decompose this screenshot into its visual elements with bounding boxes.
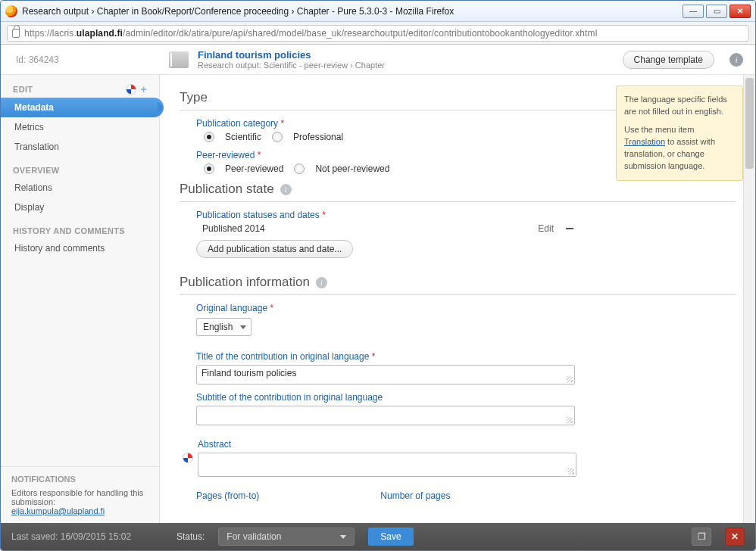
window-close[interactable]: ✕ — [729, 5, 751, 18]
content-scrollbar[interactable] — [743, 75, 755, 523]
title-input[interactable]: Finland tourism policies — [196, 365, 575, 384]
lock-icon — [12, 29, 20, 38]
footer-bar: Last saved: 16/09/2015 15:02 Status: For… — [1, 523, 755, 550]
label-title-contribution: Title of the contribution in original la… — [196, 351, 573, 362]
sidebar-group-history: HISTORY AND COMMENTS — [1, 217, 159, 238]
change-template-button[interactable]: Change template — [623, 51, 714, 69]
scrollbar-thumb[interactable] — [745, 78, 754, 169]
window-title: Research output › Chapter in Book/Report… — [22, 6, 683, 17]
hint-line2: Use the menu item Translation to assist … — [624, 124, 735, 173]
label-professional: Professional — [293, 132, 343, 142]
notifications-email[interactable]: eija.kumpula@ulapland.fi — [11, 506, 105, 515]
status-value: For validation — [226, 531, 281, 542]
sidebar-item-translation[interactable]: Translation — [1, 137, 159, 157]
notifications-panel: NOTIFICATIONS Editors responsible for ha… — [1, 466, 159, 523]
sidebar-item-metrics[interactable]: Metrics — [1, 117, 159, 137]
last-saved: Last saved: 16/09/2015 15:02 — [11, 531, 163, 542]
notifications-heading: NOTIFICATIONS — [11, 475, 148, 484]
copy-button[interactable]: ❐ — [692, 528, 711, 546]
label-publication-category: Publication category * — [196, 118, 573, 129]
label-pages: Pages (from-to) — [196, 490, 259, 501]
translation-hint-panel: The language specific fields are not fil… — [616, 86, 743, 181]
sidebar-item-relations[interactable]: Relations — [1, 178, 159, 198]
publication-status-value: Published 2014 — [202, 223, 265, 234]
section-publication-info: Publication information i — [180, 275, 736, 295]
browser-titlebar: Research output › Chapter in Book/Report… — [1, 1, 755, 22]
label-scientific: Scientific — [225, 132, 261, 142]
notifications-text: Editors responsible for handling this su… — [11, 488, 148, 506]
url-text: https://lacris.ulapland.fi/admin/editor/… — [24, 28, 597, 39]
sidebar-item-history[interactable]: History and comments — [1, 238, 159, 258]
original-language-select[interactable]: English — [196, 318, 251, 336]
remove-status-icon[interactable] — [566, 228, 573, 229]
browser-addressbar: https://lacris.ulapland.fi/admin/editor/… — [1, 22, 755, 45]
sidebar-item-metadata[interactable]: Metadata — [1, 98, 164, 117]
status-select[interactable]: For validation — [218, 528, 355, 546]
label-peer-reviewed: Peer-reviewed * — [196, 150, 573, 160]
globe-icon[interactable] — [126, 84, 136, 95]
page-header: Id: 364243 Finland tourism policies Rese… — [1, 45, 755, 75]
firefox-icon — [5, 5, 17, 17]
info-icon[interactable]: i — [729, 53, 743, 67]
page-title: Finland tourism policies — [198, 49, 614, 61]
sidebar: EDIT + Metadata Metrics Translation OVER… — [1, 75, 160, 523]
plus-icon[interactable]: + — [141, 84, 147, 95]
radio-scientific[interactable] — [204, 132, 214, 142]
sidebar-item-display[interactable]: Display — [1, 198, 159, 217]
add-publication-status-button[interactable]: Add publication status and date... — [196, 240, 353, 258]
book-icon — [169, 51, 189, 68]
status-label: Status: — [177, 531, 205, 542]
label-peer-yes: Peer-reviewed — [225, 163, 283, 174]
section-publication-state: Publication state i — [180, 182, 736, 202]
sidebar-group-edit: EDIT + — [1, 75, 159, 98]
original-language-value: English — [203, 322, 233, 332]
hint-line1: The language specific fields are not fil… — [624, 94, 735, 118]
url-input[interactable]: https://lacris.ulapland.fi/admin/editor/… — [7, 25, 749, 42]
info-icon[interactable]: i — [316, 277, 327, 288]
label-number-of-pages: Number of pages — [380, 490, 450, 501]
label-abstract: Abstract — [198, 439, 736, 450]
edit-status-link[interactable]: Edit — [538, 223, 554, 234]
label-publication-statuses: Publication statuses and dates * — [196, 210, 573, 220]
chevron-down-icon — [240, 325, 246, 329]
label-original-language: Original language * — [196, 303, 573, 313]
window-maximize[interactable]: ▭ — [706, 5, 727, 18]
globe-icon[interactable] — [183, 453, 193, 463]
close-editor-button[interactable]: ✕ — [725, 528, 745, 546]
radio-peer-no[interactable] — [294, 163, 305, 174]
content-area: The language specific fields are not fil… — [160, 75, 755, 523]
info-icon[interactable]: i — [280, 184, 292, 195]
window-minimize[interactable]: — — [683, 5, 704, 18]
radio-professional[interactable] — [272, 132, 283, 142]
radio-peer-yes[interactable] — [204, 163, 214, 174]
page-subtitle: Research output: Scientific - peer-revie… — [198, 61, 614, 70]
save-button[interactable]: Save — [368, 528, 413, 546]
hint-translation-link[interactable]: Translation — [624, 137, 665, 146]
label-subtitle-contribution: Subtitle of the contribution in original… — [196, 392, 573, 403]
subtitle-input[interactable] — [196, 406, 575, 425]
label-peer-no: Not peer-reviewed — [315, 163, 389, 174]
abstract-textarea[interactable] — [198, 453, 576, 477]
chevron-down-icon — [340, 535, 346, 539]
record-id: Id: 364243 — [16, 54, 160, 65]
sidebar-group-overview: OVERVIEW — [1, 157, 159, 178]
